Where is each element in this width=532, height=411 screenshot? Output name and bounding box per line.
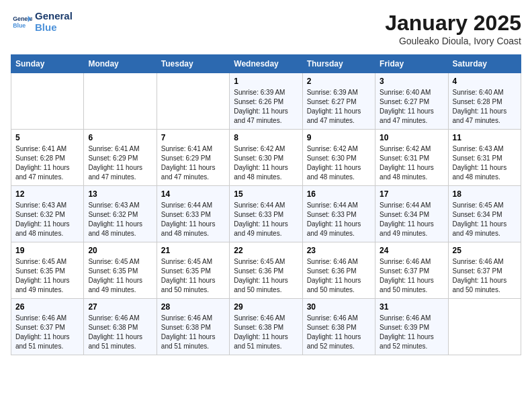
day-number: 20 (88, 246, 152, 255)
calendar-cell: 3Sunrise: 6:40 AM Sunset: 6:27 PM Daylig… (375, 73, 448, 130)
day-number: 1 (234, 77, 298, 86)
calendar-cell: 22Sunrise: 6:45 AM Sunset: 6:36 PM Dayli… (230, 242, 302, 299)
day-number: 30 (307, 302, 371, 312)
logo-text-line1: General (35, 11, 73, 22)
calendar-cell: 17Sunrise: 6:44 AM Sunset: 6:34 PM Dayli… (375, 186, 448, 242)
day-info: Sunrise: 6:41 AM Sunset: 6:29 PM Dayligh… (161, 144, 225, 182)
weekday-header-cell: Thursday (302, 55, 375, 73)
calendar-cell: 19Sunrise: 6:45 AM Sunset: 6:35 PM Dayli… (11, 242, 84, 299)
weekday-header-cell: Tuesday (157, 55, 229, 73)
calendar-cell: 15Sunrise: 6:44 AM Sunset: 6:33 PM Dayli… (230, 186, 302, 242)
day-info: Sunrise: 6:40 AM Sunset: 6:27 PM Dayligh… (380, 88, 443, 126)
calendar-cell (448, 299, 521, 355)
day-number: 5 (15, 133, 79, 142)
day-info: Sunrise: 6:43 AM Sunset: 6:31 PM Dayligh… (453, 144, 517, 182)
calendar-cell: 30Sunrise: 6:46 AM Sunset: 6:38 PM Dayli… (302, 299, 375, 355)
calendar-cell: 6Sunrise: 6:41 AM Sunset: 6:29 PM Daylig… (84, 130, 157, 186)
day-number: 17 (380, 189, 443, 199)
day-info: Sunrise: 6:41 AM Sunset: 6:29 PM Dayligh… (88, 144, 152, 182)
weekday-header-cell: Monday (84, 55, 157, 73)
day-number: 29 (234, 302, 298, 312)
calendar-cell: 20Sunrise: 6:45 AM Sunset: 6:35 PM Dayli… (84, 242, 157, 299)
day-number: 10 (380, 133, 443, 142)
day-info: Sunrise: 6:44 AM Sunset: 6:33 PM Dayligh… (161, 201, 225, 238)
day-info: Sunrise: 6:39 AM Sunset: 6:27 PM Dayligh… (307, 88, 371, 126)
day-info: Sunrise: 6:41 AM Sunset: 6:28 PM Dayligh… (15, 144, 79, 182)
day-number: 22 (234, 246, 298, 255)
calendar-week-row: 1Sunrise: 6:39 AM Sunset: 6:26 PM Daylig… (11, 73, 521, 130)
day-info: Sunrise: 6:46 AM Sunset: 6:38 PM Dayligh… (234, 314, 298, 351)
day-info: Sunrise: 6:42 AM Sunset: 6:30 PM Dayligh… (307, 144, 371, 182)
calendar-cell: 16Sunrise: 6:44 AM Sunset: 6:33 PM Dayli… (302, 186, 375, 242)
day-info: Sunrise: 6:44 AM Sunset: 6:34 PM Dayligh… (380, 201, 443, 238)
day-number: 27 (88, 302, 152, 312)
day-info: Sunrise: 6:44 AM Sunset: 6:33 PM Dayligh… (307, 201, 371, 238)
day-number: 25 (453, 246, 517, 255)
day-number: 28 (161, 302, 225, 312)
day-info: Sunrise: 6:46 AM Sunset: 6:36 PM Dayligh… (307, 257, 371, 295)
calendar-cell: 11Sunrise: 6:43 AM Sunset: 6:31 PM Dayli… (448, 130, 521, 186)
title-block: January 2025 Gouleako Dioula, Ivory Coas… (385, 11, 521, 46)
day-info: Sunrise: 6:46 AM Sunset: 6:37 PM Dayligh… (15, 314, 79, 351)
calendar-week-row: 12Sunrise: 6:43 AM Sunset: 6:32 PM Dayli… (11, 186, 521, 242)
calendar-cell: 18Sunrise: 6:45 AM Sunset: 6:34 PM Dayli… (448, 186, 521, 242)
weekday-header-row: SundayMondayTuesdayWednesdayThursdayFrid… (11, 55, 521, 73)
day-number: 13 (88, 189, 152, 199)
day-info: Sunrise: 6:40 AM Sunset: 6:28 PM Dayligh… (453, 88, 517, 126)
day-info: Sunrise: 6:39 AM Sunset: 6:26 PM Dayligh… (234, 88, 298, 126)
logo-text-line2: Blue (35, 22, 73, 34)
day-number: 7 (161, 133, 225, 142)
day-info: Sunrise: 6:45 AM Sunset: 6:35 PM Dayligh… (161, 257, 225, 295)
day-number: 21 (161, 246, 225, 255)
calendar-cell: 26Sunrise: 6:46 AM Sunset: 6:37 PM Dayli… (11, 299, 84, 355)
day-info: Sunrise: 6:46 AM Sunset: 6:38 PM Dayligh… (88, 314, 152, 351)
day-number: 2 (307, 77, 371, 86)
calendar-cell: 25Sunrise: 6:46 AM Sunset: 6:37 PM Dayli… (448, 242, 521, 299)
calendar-cell: 29Sunrise: 6:46 AM Sunset: 6:38 PM Dayli… (230, 299, 302, 355)
day-info: Sunrise: 6:46 AM Sunset: 6:37 PM Dayligh… (453, 257, 517, 295)
calendar-table: SundayMondayTuesdayWednesdayThursdayFrid… (11, 54, 521, 355)
logo-icon: General Blue (11, 11, 32, 33)
calendar-cell: 23Sunrise: 6:46 AM Sunset: 6:36 PM Dayli… (302, 242, 375, 299)
day-info: Sunrise: 6:46 AM Sunset: 6:39 PM Dayligh… (380, 314, 443, 351)
day-number: 23 (307, 246, 371, 255)
calendar-cell: 13Sunrise: 6:43 AM Sunset: 6:32 PM Dayli… (84, 186, 157, 242)
calendar-cell (84, 73, 157, 130)
calendar-cell: 8Sunrise: 6:42 AM Sunset: 6:30 PM Daylig… (230, 130, 302, 186)
day-number: 12 (15, 189, 79, 199)
day-number: 3 (380, 77, 443, 86)
day-info: Sunrise: 6:45 AM Sunset: 6:36 PM Dayligh… (234, 257, 298, 295)
day-info: Sunrise: 6:45 AM Sunset: 6:35 PM Dayligh… (15, 257, 79, 295)
day-number: 31 (380, 302, 443, 312)
day-info: Sunrise: 6:46 AM Sunset: 6:38 PM Dayligh… (307, 314, 371, 351)
day-number: 18 (453, 189, 517, 199)
calendar-cell: 9Sunrise: 6:42 AM Sunset: 6:30 PM Daylig… (302, 130, 375, 186)
day-info: Sunrise: 6:43 AM Sunset: 6:32 PM Dayligh… (88, 201, 152, 238)
day-number: 6 (88, 133, 152, 142)
day-number: 16 (307, 189, 371, 199)
day-number: 26 (15, 302, 79, 312)
calendar-cell: 24Sunrise: 6:46 AM Sunset: 6:37 PM Dayli… (375, 242, 448, 299)
day-info: Sunrise: 6:46 AM Sunset: 6:38 PM Dayligh… (161, 314, 225, 351)
calendar-body: 1Sunrise: 6:39 AM Sunset: 6:26 PM Daylig… (11, 73, 521, 355)
weekday-header-cell: Wednesday (230, 55, 302, 73)
logo: General Blue General Blue (11, 11, 73, 33)
weekday-header-cell: Friday (375, 55, 448, 73)
day-info: Sunrise: 6:45 AM Sunset: 6:34 PM Dayligh… (453, 201, 517, 238)
calendar-cell: 12Sunrise: 6:43 AM Sunset: 6:32 PM Dayli… (11, 186, 84, 242)
weekday-header-cell: Sunday (11, 55, 84, 73)
calendar-cell: 4Sunrise: 6:40 AM Sunset: 6:28 PM Daylig… (448, 73, 521, 130)
day-info: Sunrise: 6:46 AM Sunset: 6:37 PM Dayligh… (380, 257, 443, 295)
day-info: Sunrise: 6:42 AM Sunset: 6:31 PM Dayligh… (380, 144, 443, 182)
calendar-cell: 28Sunrise: 6:46 AM Sunset: 6:38 PM Dayli… (157, 299, 229, 355)
day-number: 15 (234, 189, 298, 199)
day-number: 19 (15, 246, 79, 255)
svg-text:Blue: Blue (13, 22, 26, 29)
weekday-header-cell: Saturday (448, 55, 521, 73)
page-header: General Blue General Blue January 2025 G… (11, 11, 521, 46)
month-title: January 2025 (385, 11, 521, 36)
calendar-week-row: 26Sunrise: 6:46 AM Sunset: 6:37 PM Dayli… (11, 299, 521, 355)
day-info: Sunrise: 6:45 AM Sunset: 6:35 PM Dayligh… (88, 257, 152, 295)
calendar-cell: 5Sunrise: 6:41 AM Sunset: 6:28 PM Daylig… (11, 130, 84, 186)
day-number: 9 (307, 133, 371, 142)
